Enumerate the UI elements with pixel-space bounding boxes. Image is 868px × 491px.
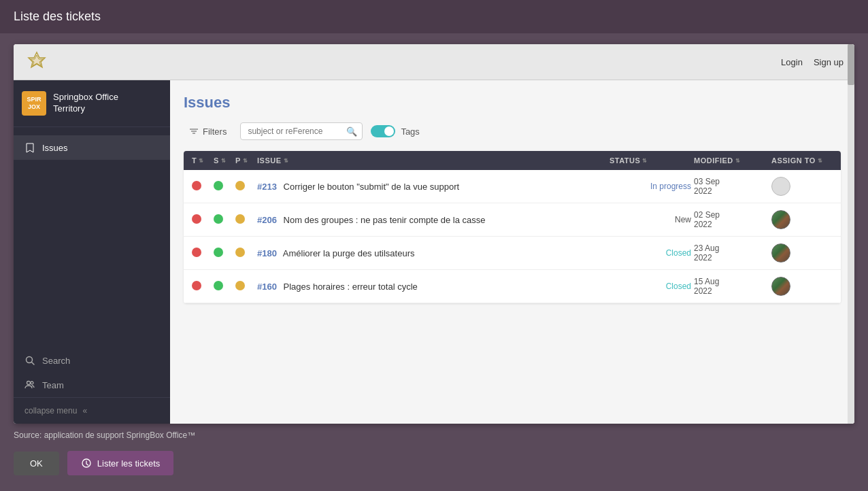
sort-icon-status: ⇅ xyxy=(642,158,648,164)
team-label: Team xyxy=(42,380,64,390)
dot-t-1 xyxy=(192,181,211,192)
list-tickets-button[interactable]: Lister les tickets xyxy=(67,451,173,475)
browser-window: Login Sign up SPIR JOX Springbox Office … xyxy=(14,44,854,424)
table-row[interactable]: #206 Nom des groupes : ne pas tenir comp… xyxy=(184,203,841,237)
sidebar-nav: Issues xyxy=(14,127,170,246)
status-1: In progress xyxy=(610,182,691,191)
col-t[interactable]: T ⇅ xyxy=(192,156,211,165)
issue-link-4[interactable]: #160 xyxy=(257,282,277,292)
dot-p-3 xyxy=(235,248,254,259)
sort-icon-s: ⇅ xyxy=(221,158,227,164)
sidebar: SPIR JOX Springbox Office Territory Issu xyxy=(14,80,170,424)
avatar-2 xyxy=(771,210,833,229)
modified-4: 15 Aug2022 xyxy=(694,277,769,296)
sidebar-item-team[interactable]: Team xyxy=(14,373,170,397)
dot-s-4 xyxy=(214,281,233,292)
col-status[interactable]: Status ⇅ xyxy=(610,156,691,165)
main-area: Login Sign up SPIR JOX Springbox Office … xyxy=(0,33,868,486)
svg-point-4 xyxy=(27,382,31,385)
collapse-label: collapse menu xyxy=(24,406,77,416)
dot-t-2 xyxy=(192,214,211,226)
sidebar-item-issues[interactable]: Issues xyxy=(14,135,170,160)
search-input-wrap: 🔍 xyxy=(240,122,363,140)
app-layout: SPIR JOX Springbox Office Territory Issu xyxy=(14,80,854,424)
filters-bar: Filters 🔍 Tags xyxy=(184,122,841,140)
table-header: T ⇅ S ⇅ P ⇅ Issue ⇅ xyxy=(184,151,841,170)
collapse-menu[interactable]: collapse menu « xyxy=(14,397,170,424)
modified-3: 23 Aug2022 xyxy=(694,243,769,263)
search-input[interactable] xyxy=(240,122,363,140)
list-tickets-label: Lister les tickets xyxy=(97,458,160,469)
search-input-icon: 🔍 xyxy=(346,126,357,137)
ok-button[interactable]: OK xyxy=(14,452,59,475)
page-header: Liste des tickets xyxy=(0,0,868,33)
login-link[interactable]: Login xyxy=(781,57,803,67)
status-3: Closed xyxy=(610,248,691,258)
signup-link[interactable]: Sign up xyxy=(814,57,844,67)
col-issue[interactable]: Issue ⇅ xyxy=(257,156,607,165)
tags-label: Tags xyxy=(401,126,419,137)
sort-icon-modified: ⇅ xyxy=(735,158,741,164)
status-2: New xyxy=(610,215,691,224)
app-logo xyxy=(24,50,49,74)
brand-icon: SPIR JOX xyxy=(22,91,46,116)
col-assign[interactable]: Assign To ⇅ xyxy=(771,156,833,165)
issue-text-3: Améliorer la purge des utilsateurs xyxy=(283,248,415,258)
issue-link-2[interactable]: #206 xyxy=(257,215,277,225)
col-p[interactable]: P ⇅ xyxy=(235,156,254,165)
dot-t-4 xyxy=(192,281,211,292)
tags-toggle[interactable] xyxy=(371,125,395,137)
filters-label: Filters xyxy=(203,126,227,137)
issue-cell-1: #213 Corriger le bouton "submit" de la v… xyxy=(257,182,607,192)
filters-button[interactable]: Filters xyxy=(184,124,232,139)
dot-p-2 xyxy=(235,214,254,226)
dot-s-2 xyxy=(214,214,233,226)
avatar-4 xyxy=(771,277,833,296)
table-row[interactable]: #213 Corriger le bouton "submit" de la v… xyxy=(184,170,841,203)
table-row[interactable]: #160 Plages horaires : erreur total cycl… xyxy=(184,270,841,303)
sort-icon-assign: ⇅ xyxy=(818,158,823,164)
issue-link-1[interactable]: #213 xyxy=(257,182,277,192)
browser-topbar: Login Sign up xyxy=(14,44,854,80)
issue-text-2: Nom des groupes : ne pas tenir compte de… xyxy=(284,215,486,225)
issue-cell-4: #160 Plages horaires : erreur total cycl… xyxy=(257,282,607,292)
issue-link-3[interactable]: #180 xyxy=(257,248,277,258)
sort-icon-t: ⇅ xyxy=(199,158,204,164)
page-title: Liste des tickets xyxy=(14,10,101,23)
dot-s-1 xyxy=(214,181,233,192)
toggle-wrap: Tags xyxy=(371,125,419,137)
col-s[interactable]: S ⇅ xyxy=(214,156,233,165)
avatar-1 xyxy=(771,177,833,196)
main-content: Issues Filters 🔍 xyxy=(170,80,854,424)
issues-title: Issues xyxy=(184,94,841,112)
scrollbar-track[interactable] xyxy=(848,44,854,424)
table-row[interactable]: #180 Améliorer la purge des utilsateurs … xyxy=(184,237,841,270)
status-4: Closed xyxy=(610,282,691,291)
sidebar-brand: SPIR JOX Springbox Office Territory xyxy=(14,80,170,127)
bottom-buttons: OK Lister les tickets xyxy=(14,451,854,475)
search-label: Search xyxy=(42,356,70,366)
issue-text-1: Corriger le bouton "submit" de la vue su… xyxy=(284,182,460,192)
sidebar-item-issues-label: Issues xyxy=(42,143,68,153)
dot-p-1 xyxy=(235,181,254,192)
issues-table: T ⇅ S ⇅ P ⇅ Issue ⇅ xyxy=(184,151,841,303)
modified-2: 02 Sep2022 xyxy=(694,210,769,229)
dot-s-3 xyxy=(214,248,233,259)
sort-icon-p: ⇅ xyxy=(243,158,248,164)
issue-cell-2: #206 Nom des groupes : ne pas tenir comp… xyxy=(257,215,607,225)
browser-nav-links: Login Sign up xyxy=(781,57,844,67)
avatar-3 xyxy=(771,243,833,263)
issue-cell-3: #180 Améliorer la purge des utilsateurs xyxy=(257,248,607,258)
brand-text: Springbox Office Territory xyxy=(53,92,118,115)
col-modified[interactable]: Modified ⇅ xyxy=(694,156,769,165)
scrollbar-thumb[interactable] xyxy=(848,44,854,85)
svg-line-3 xyxy=(32,362,35,365)
sidebar-item-search[interactable]: Search xyxy=(14,348,170,373)
sort-icon-issue: ⇅ xyxy=(284,158,289,164)
dot-t-3 xyxy=(192,248,211,259)
collapse-icon: « xyxy=(82,406,87,416)
source-text: Source: application de support SpringBox… xyxy=(14,430,854,440)
bookmark-icon xyxy=(24,142,35,153)
dot-p-4 xyxy=(235,281,254,292)
modified-1: 03 Sep2022 xyxy=(694,177,769,196)
